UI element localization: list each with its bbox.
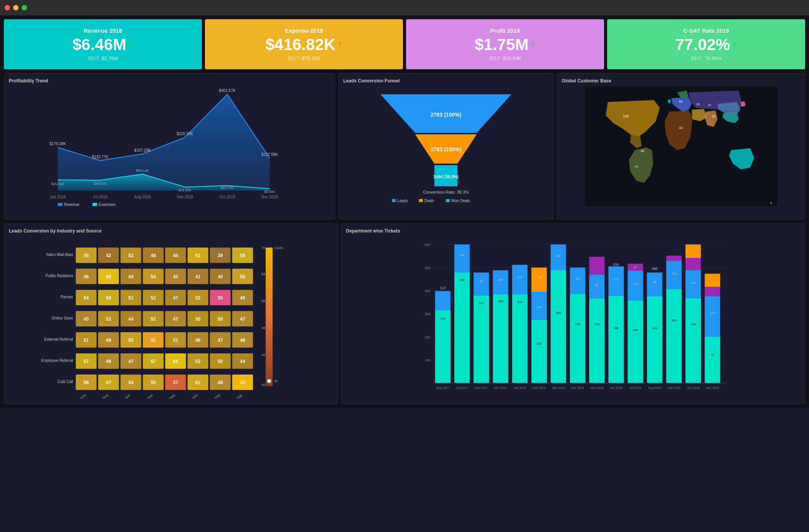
svg-text:Revenue: Revenue (64, 202, 79, 206)
bar-chart-title: Department wise Tickets (346, 228, 800, 234)
svg-text:$137.08K: $137.08K (262, 152, 278, 157)
svg-text:272: 272 (479, 301, 484, 305)
svg-text:45: 45 (240, 295, 245, 301)
kpi-expense: Expense 2018 $416.82K ↑ 2017: $79.40K (205, 19, 403, 69)
svg-text:42: 42 (262, 353, 265, 357)
minimize-button[interactable] (13, 5, 18, 10)
svg-text:Expenses: Expenses (99, 202, 116, 206)
svg-rect-20 (92, 203, 97, 206)
svg-rect-194 (435, 310, 451, 383)
maximize-button[interactable] (22, 5, 27, 10)
kpi-row: Revenue 2018 $6.46M ↑ 2017: $2.76M Expen… (4, 19, 805, 69)
svg-text:53: 53 (195, 359, 201, 364)
svg-text:173: 173 (710, 311, 715, 315)
svg-text:1094 (39.3%): 1094 (39.3%) (433, 174, 458, 179)
svg-text:115: 115 (614, 278, 619, 281)
svg-text:27: 27 (634, 266, 637, 269)
svg-rect-265 (647, 296, 663, 383)
kpi-profit-title: Profit 2018 (490, 27, 520, 34)
svg-text:47: 47 (173, 316, 178, 322)
titlebar (0, 0, 809, 15)
bar-chart-svg: 600 500 400 300 200 100 256 113 143 Sep … (346, 237, 800, 402)
map-panel: Global Customer Base (557, 73, 805, 219)
svg-text:104: 104 (575, 277, 581, 281)
svg-text:93: 93 (653, 280, 656, 284)
svg-text:$167.29K: $167.29K (134, 148, 151, 152)
svg-text:143: 143 (440, 317, 446, 320)
svg-text:Deals: Deals (424, 199, 434, 203)
svg-text:104: 104 (460, 253, 465, 257)
svg-text:47: 47 (218, 338, 223, 343)
kpi-profit: Profit 2018 $1.75M ↑ 2017: $10.64K (406, 19, 604, 69)
svg-text:52: 52 (151, 316, 156, 322)
svg-text:Consulting: Consulting (94, 393, 109, 398)
svg-text:Oct 2018: Oct 2018 (687, 386, 700, 390)
svg-rect-208 (474, 273, 489, 296)
svg-text:55: 55 (240, 274, 245, 279)
svg-text:$179.39K: $179.39K (50, 142, 66, 146)
svg-rect-212 (493, 294, 509, 383)
kpi-profit-prev: 2017: $10.64K (489, 55, 522, 61)
svg-text:600: 600 (425, 243, 431, 247)
dashboard: Revenue 2018 $6.46M ↑ 2017: $2.76M Expen… (0, 15, 809, 408)
svg-text:59: 59 (240, 253, 245, 258)
svg-text:332: 332 (594, 323, 600, 326)
svg-text:63: 63 (262, 272, 265, 276)
svg-text:Sep 2018: Sep 2018 (668, 386, 681, 390)
close-button[interactable] (5, 5, 10, 10)
kpi-revenue-value: $6.46M ↑ (72, 35, 133, 54)
svg-text:65: 65 (712, 114, 715, 118)
profitability-chart: $179.39K $132.77K $167.29K $226.38K $401… (9, 87, 330, 206)
svg-text:$8.84K: $8.84K (264, 190, 275, 194)
svg-text:57: 57 (84, 359, 89, 364)
svg-text:94: 94 (595, 283, 599, 287)
svg-text:57: 57 (106, 380, 111, 385)
svg-text:289: 289 (498, 299, 504, 303)
svg-text:49: 49 (106, 359, 111, 364)
svg-text:200: 200 (425, 335, 431, 339)
svg-rect-214 (493, 270, 509, 294)
svg-rect-251 (609, 296, 624, 383)
map-title: Global Customer Base (562, 78, 800, 84)
svg-text:110: 110 (691, 281, 696, 284)
svg-text:IT Services: IT Services (183, 393, 198, 398)
svg-text:Jul 2018: Jul 2018 (93, 195, 107, 199)
svg-text:29: 29 (696, 102, 700, 106)
svg-text:50: 50 (218, 359, 223, 364)
svg-text:41: 41 (151, 338, 156, 343)
svg-text:Nov 2018: Nov 2018 (262, 195, 278, 199)
svg-text:44: 44 (128, 316, 134, 322)
svg-text:44: 44 (173, 253, 178, 258)
svg-rect-286 (705, 337, 720, 383)
svg-text:35: 35 (274, 379, 278, 383)
svg-rect-29 (392, 199, 396, 202)
heatmap-panel: Leads Conversion by Industry and Source … (4, 223, 338, 404)
svg-text:24: 24 (634, 165, 638, 168)
svg-text:55: 55 (128, 338, 134, 343)
svg-text:61: 61 (195, 253, 201, 258)
svg-text:96: 96 (537, 276, 541, 279)
svg-text:599: 599 (623, 114, 629, 118)
svg-text:Partner: Partner (60, 295, 73, 299)
svg-rect-257 (628, 301, 643, 383)
expense-arrow: ↑ (337, 38, 342, 51)
svg-text:$69.14K: $69.14K (136, 169, 149, 172)
svg-text:Oct 2017: Oct 2017 (456, 386, 468, 390)
svg-rect-218 (512, 294, 528, 383)
svg-text:300: 300 (691, 323, 696, 326)
kpi-expense-value: $416.82K ↑ (265, 35, 342, 54)
svg-text:$22.72K: $22.72K (221, 186, 234, 189)
svg-text:Sales Mail Alias: Sales Mail Alias (46, 253, 73, 257)
kpi-revenue: Revenue 2018 $6.46M ↑ 2017: $2.76M (4, 19, 202, 69)
svg-rect-247 (589, 257, 605, 275)
world-map: 599 28 24 43 66 65 31 29 ⊕ (562, 87, 800, 206)
svg-text:314: 314 (652, 326, 658, 330)
svg-text:59: 59 (106, 295, 111, 301)
svg-rect-290 (705, 274, 720, 287)
svg-text:Public Relations: Public Relations (45, 274, 73, 278)
svg-text:46: 46 (84, 274, 89, 279)
svg-text:45: 45 (84, 316, 89, 322)
svg-text:278: 278 (575, 323, 581, 326)
funnel-panel: Leads Conversion Funnel 2783 (100%) 2783… (338, 73, 554, 219)
profitability-title: Profitability Trend (9, 78, 330, 84)
